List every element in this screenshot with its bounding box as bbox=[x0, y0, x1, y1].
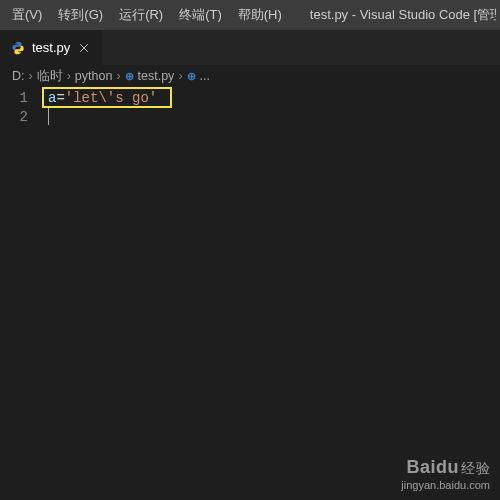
tab-test-py[interactable]: test.py bbox=[0, 30, 102, 65]
close-icon[interactable] bbox=[76, 40, 92, 56]
breadcrumb-file-label: test.py bbox=[138, 69, 175, 83]
token-operator: = bbox=[56, 90, 64, 106]
chevron-right-icon: › bbox=[116, 69, 120, 83]
chevron-right-icon: › bbox=[178, 69, 182, 83]
editor[interactable]: 1 2 a='let\'s go' bbox=[0, 87, 500, 500]
token-string: 'let\'s go' bbox=[65, 90, 157, 106]
menu-goto[interactable]: 转到(G) bbox=[50, 0, 111, 30]
menu-view[interactable]: 置(V) bbox=[4, 0, 50, 30]
chevron-right-icon: › bbox=[29, 69, 33, 83]
python-file-icon: ⊕ bbox=[125, 70, 134, 83]
menu-run[interactable]: 运行(R) bbox=[111, 0, 171, 30]
python-file-icon: ⊕ bbox=[187, 70, 196, 83]
code-line-1[interactable]: a='let\'s go' bbox=[48, 89, 500, 108]
breadcrumb-ellipsis: ... bbox=[200, 69, 210, 83]
menu-terminal[interactable]: 终端(T) bbox=[171, 0, 230, 30]
tab-label: test.py bbox=[32, 40, 70, 55]
breadcrumb[interactable]: D: › 临时 › python › ⊕ test.py › ⊕ ... bbox=[0, 65, 500, 87]
line-number: 2 bbox=[0, 108, 28, 127]
breadcrumb-file[interactable]: ⊕ test.py bbox=[125, 69, 175, 83]
window-title: test.py - Visual Studio Code [管理 bbox=[290, 6, 496, 24]
breadcrumb-folder-1[interactable]: 临时 bbox=[37, 68, 63, 85]
line-gutter: 1 2 bbox=[0, 87, 40, 500]
line-number: 1 bbox=[0, 89, 28, 108]
menubar: 置(V) 转到(G) 运行(R) 终端(T) 帮助(H) test.py - V… bbox=[0, 0, 500, 30]
text-cursor bbox=[48, 108, 49, 125]
breadcrumb-symbol[interactable]: ⊕ ... bbox=[187, 69, 210, 83]
python-file-icon bbox=[10, 40, 26, 56]
code-content[interactable]: a='let\'s go' bbox=[40, 87, 500, 500]
code-line-2[interactable] bbox=[48, 108, 500, 127]
breadcrumb-folder-2[interactable]: python bbox=[75, 69, 113, 83]
breadcrumb-drive[interactable]: D: bbox=[12, 69, 25, 83]
menu-help[interactable]: 帮助(H) bbox=[230, 0, 290, 30]
tab-bar: test.py bbox=[0, 30, 500, 65]
chevron-right-icon: › bbox=[67, 69, 71, 83]
